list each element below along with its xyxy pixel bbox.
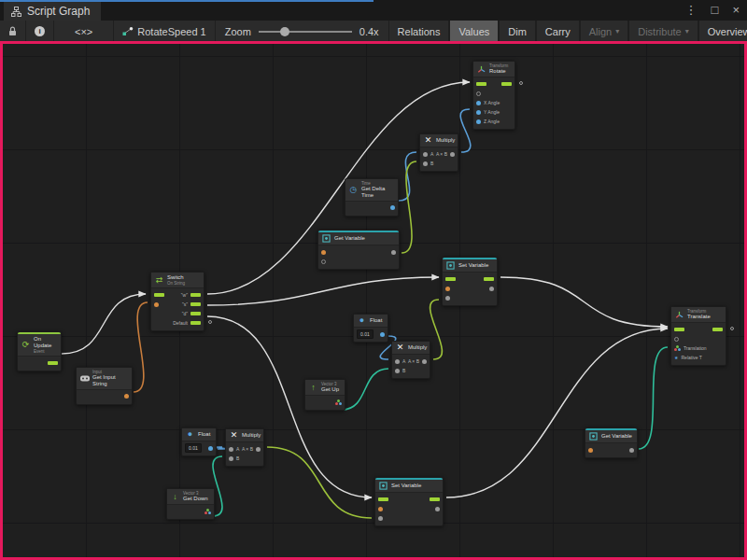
node-get-variable-top[interactable]: Get Variable [317, 230, 400, 270]
wire-flow[interactable] [446, 329, 668, 497]
flow-port[interactable] [154, 293, 164, 297]
node-float-bottom[interactable]: ●Float0.01 [181, 427, 217, 456]
flow-port[interactable] [190, 293, 201, 297]
toolbar-button-relations[interactable]: Relations [388, 21, 450, 42]
flow-port[interactable] [501, 82, 512, 86]
flow-port[interactable] [476, 82, 486, 86]
port-label: "w" [181, 292, 188, 298]
toolbar-button-carry[interactable]: Carry [536, 21, 580, 42]
node-multiply-bottom[interactable]: ✕MultiplyAA × BB [225, 428, 264, 467]
dot-port[interactable] [445, 287, 450, 291]
dot-port[interactable] [391, 250, 396, 255]
node-multiply-top[interactable]: ✕MultiplyAA × BB [419, 133, 458, 172]
node-on-update[interactable]: ⟳On UpdateEvent [17, 331, 62, 371]
flow-port[interactable] [190, 312, 201, 315]
node-transform-translate[interactable]: TransformTranslateTranslation★Relative T [670, 306, 726, 366]
node-get-input-string[interactable]: InputGet Input String [76, 367, 133, 405]
node-transform-rotate[interactable]: TransformRotateX AngleY AngleZ Angle [472, 61, 515, 130]
node-vector3-get-down[interactable]: ↓Vector 3Get Down [166, 488, 215, 520]
dot-port[interactable] [256, 447, 261, 452]
dot-port[interactable] [435, 507, 440, 511]
dot-port[interactable] [229, 447, 233, 452]
toolbar-button-dim[interactable]: Dim [499, 21, 536, 42]
flow-port[interactable] [190, 321, 201, 325]
flow-port[interactable] [48, 361, 58, 365]
dot-port[interactable] [154, 302, 159, 307]
wire-value[interactable] [402, 161, 416, 253]
lock-button[interactable] [0, 21, 26, 42]
dot-port[interactable] [450, 152, 455, 157]
dot-port[interactable] [445, 296, 450, 301]
node-switch-on-string[interactable]: ⇄SwitchOn String"w""s""d"Default [150, 272, 204, 331]
dot-port[interactable] [422, 359, 427, 364]
dot-port[interactable] [229, 456, 233, 461]
dot-port[interactable] [395, 369, 400, 373]
dot-port[interactable] [395, 359, 400, 364]
wire-value[interactable] [134, 302, 148, 392]
vec-port[interactable] [335, 399, 342, 405]
dot-port[interactable] [629, 448, 634, 453]
dot-port[interactable] [378, 507, 383, 511]
dot-port[interactable] [489, 287, 494, 291]
node-get-variable-right[interactable]: Get Variable [585, 427, 638, 458]
dot-port[interactable] [380, 332, 385, 337]
hollow-port[interactable] [321, 259, 326, 264]
window-menu-button[interactable]: ⋮ [685, 3, 698, 18]
dot-port[interactable] [390, 205, 395, 210]
wire-flow[interactable] [500, 277, 668, 327]
node-set-variable-center[interactable]: Set Variable [442, 257, 498, 306]
flow-port[interactable] [712, 328, 723, 331]
flow-port[interactable] [674, 328, 684, 331]
node-multiply-center[interactable]: ✕MultiplyAA × BB [391, 341, 430, 379]
node-get-delta-time[interactable]: ◷TimeGet Delta Time [345, 178, 399, 217]
vec-port[interactable] [204, 509, 211, 514]
vec-port[interactable] [674, 345, 681, 351]
wire-value[interactable] [639, 347, 668, 449]
zoom-slider-track [259, 31, 352, 33]
wire-value[interactable] [460, 109, 471, 152]
dot-port[interactable] [423, 152, 428, 157]
node-set-variable-bottom[interactable]: Set Variable [374, 477, 444, 526]
toolbar-button-align[interactable]: Align▾ [580, 21, 628, 42]
dot-port[interactable] [476, 119, 481, 124]
dot-port[interactable] [588, 448, 593, 453]
wire-flow[interactable] [62, 294, 146, 354]
flow-port[interactable] [445, 277, 456, 281]
dot-port[interactable] [208, 446, 213, 451]
port-label: A × B [436, 151, 447, 157]
value-input[interactable]: 0.01 [357, 329, 374, 339]
zoom-slider-thumb[interactable] [280, 27, 289, 36]
maximize-button[interactable]: □ [712, 3, 719, 18]
node-float-center[interactable]: ●Float0.01 [353, 314, 388, 343]
hollow-port[interactable] [674, 337, 679, 342]
tab-script-graph[interactable]: Script Graph [4, 2, 101, 21]
hollow-port[interactable] [476, 91, 481, 96]
wire-value[interactable] [267, 447, 372, 518]
wire-flow[interactable] [207, 316, 372, 497]
breadcrumb[interactable]: RotateSpeed 1 [114, 21, 215, 42]
value-input[interactable]: 0.01 [185, 443, 202, 453]
toolbar-button-overview[interactable]: Overview [698, 21, 747, 42]
wire-value[interactable] [430, 300, 443, 359]
toolbar-button-values[interactable]: Values [449, 21, 499, 42]
wire-value[interactable] [342, 369, 388, 410]
star-port[interactable]: ★ [674, 356, 678, 360]
fit-view-button[interactable]: <×> [54, 21, 114, 42]
info-button[interactable]: i [26, 21, 54, 42]
node-vector3-get-up[interactable]: ↑Vector 3Get Up [304, 379, 345, 411]
dot-port[interactable] [423, 161, 428, 166]
flow-port[interactable] [190, 302, 201, 306]
flow-port[interactable] [430, 497, 440, 501]
flow-port[interactable] [378, 497, 388, 501]
dot-port[interactable] [476, 110, 481, 115]
toolbar-button-distribute[interactable]: Distribute▾ [628, 21, 698, 42]
dot-port[interactable] [124, 394, 129, 399]
dot-port[interactable] [378, 516, 383, 521]
flow-port[interactable] [484, 277, 494, 281]
dot-port[interactable] [321, 250, 326, 255]
graph-canvas[interactable]: ⟳On UpdateEventInputGet Input String⇄Swi… [0, 41, 747, 560]
close-button[interactable]: × [732, 3, 740, 18]
zoom-slider[interactable] [259, 26, 352, 37]
wire-flow[interactable] [207, 277, 439, 305]
dot-port[interactable] [476, 101, 481, 105]
